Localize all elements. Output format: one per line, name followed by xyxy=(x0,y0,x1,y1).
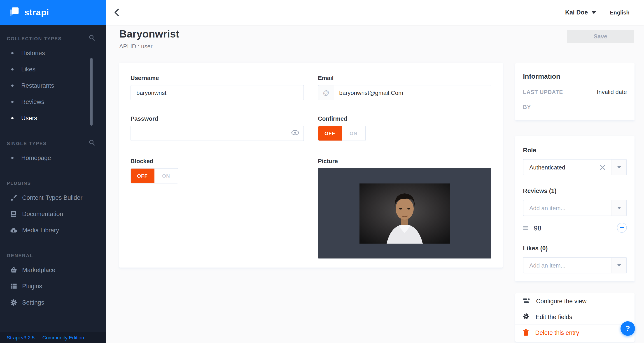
save-button[interactable]: Save xyxy=(567,30,634,43)
search-icon[interactable] xyxy=(89,139,95,147)
sidebar-item-label: Likes xyxy=(21,66,36,73)
last-update-row: LAST UPDATE Invalid date xyxy=(523,89,627,95)
eye-icon[interactable] xyxy=(291,129,299,137)
edit-fields-link[interactable]: Edit the fields xyxy=(515,309,634,325)
email-label: Email xyxy=(318,75,491,82)
chevron-down-icon xyxy=(617,264,621,266)
plugins-title: PLUGINS xyxy=(7,180,31,186)
gear-icon xyxy=(10,299,17,306)
username-input[interactable] xyxy=(130,85,304,100)
general-list: Marketplace Plugins Settings xyxy=(0,262,106,310)
email-group: Email @ xyxy=(318,75,491,100)
password-input[interactable] xyxy=(130,126,304,141)
sidebar-item-label: Restaurants xyxy=(21,82,54,89)
review-item-value[interactable]: 98 xyxy=(534,224,541,232)
bullet-icon xyxy=(11,117,14,119)
strapi-logo-text: strapi xyxy=(24,8,49,18)
search-icon[interactable] xyxy=(89,34,95,43)
toggle-off-segment[interactable]: OFF xyxy=(130,168,154,183)
password-label: Password xyxy=(130,115,304,123)
sidebar-item-settings[interactable]: Settings xyxy=(0,294,106,310)
sidebar-scrollbar[interactable] xyxy=(90,58,92,126)
sidebar-item-plugins[interactable]: Plugins xyxy=(0,278,106,294)
information-title: Information xyxy=(523,72,627,80)
help-button[interactable]: ? xyxy=(620,321,635,336)
username-label: Username xyxy=(130,75,304,82)
username-group: Username xyxy=(130,75,304,100)
edit-fields-label: Edit the fields xyxy=(536,313,572,320)
sidebar-item-marketplace[interactable]: Marketplace xyxy=(0,262,106,278)
sidebar-item-media-library[interactable]: Media Library xyxy=(0,222,106,238)
information-card: Information LAST UPDATE Invalid date BY xyxy=(515,63,634,120)
likes-label: Likes (0) xyxy=(523,245,627,252)
remove-item-button[interactable] xyxy=(617,223,627,233)
drag-handle-icon[interactable] xyxy=(523,224,528,232)
single-types-list: Homepage xyxy=(0,150,106,166)
topbar: Kai Doe English xyxy=(106,0,644,25)
reviews-label: Reviews (1) xyxy=(523,188,627,194)
topbar-right: Kai Doe English xyxy=(565,9,644,16)
by-label: BY xyxy=(523,104,531,110)
confirmed-label: Confirmed xyxy=(318,115,491,123)
dropdown-arrow-zone[interactable] xyxy=(611,258,626,273)
at-sign-icon: @ xyxy=(318,85,334,100)
likes-placeholder: Add an item... xyxy=(524,258,611,273)
password-group: Password xyxy=(130,115,304,141)
delete-entry-link[interactable]: Delete this entry xyxy=(515,325,634,341)
picture-preview[interactable] xyxy=(318,168,491,258)
bullet-icon xyxy=(11,68,14,70)
sidebar-item-label: Marketplace xyxy=(22,266,55,273)
likes-add-select[interactable]: Add an item... xyxy=(523,257,627,273)
dropdown-arrow-zone[interactable] xyxy=(611,160,626,175)
blocked-toggle[interactable]: OFF ON xyxy=(130,168,178,183)
email-field: @ xyxy=(318,85,491,100)
last-update-value: Invalid date xyxy=(597,89,627,95)
reviews-add-select[interactable]: Add an item... xyxy=(523,200,627,216)
trash-icon xyxy=(523,329,529,337)
email-input[interactable] xyxy=(334,85,491,100)
strapi-logo[interactable]: strapi xyxy=(0,0,106,25)
entry-form-card: Username Email @ Password Confirmed xyxy=(119,63,503,267)
general-header: GENERAL xyxy=(0,252,106,259)
divider xyxy=(603,9,603,16)
version-link[interactable]: Strapi v3.2.5 — Community Edition xyxy=(7,335,84,340)
blocked-group: Blocked OFF ON xyxy=(130,158,304,258)
picture-group: Picture xyxy=(318,158,491,258)
sidebar-item-label: Plugins xyxy=(22,283,42,289)
chevron-down-icon xyxy=(617,207,621,209)
sidebar-item-homepage[interactable]: Homepage xyxy=(0,150,106,166)
sidebar-item-label: Content-Types Builder xyxy=(22,194,82,201)
toggle-on-segment[interactable]: ON xyxy=(154,169,178,183)
cloud-upload-icon xyxy=(10,227,17,233)
back-button[interactable] xyxy=(106,0,127,25)
clear-icon[interactable] xyxy=(600,160,611,175)
confirmed-toggle[interactable]: OFF ON xyxy=(318,126,366,141)
sidebar-item-content-types-builder[interactable]: Content-Types Builder xyxy=(0,189,106,206)
chevron-left-icon xyxy=(114,9,119,16)
general-title: GENERAL xyxy=(7,253,33,258)
toggle-on-segment[interactable]: ON xyxy=(342,126,365,141)
plugins-header: PLUGINS xyxy=(0,179,106,187)
sidebar-item-label: Histories xyxy=(21,50,45,56)
plugins-list: Content-Types Builder Documentation Medi… xyxy=(0,189,106,238)
sidebar-item-label: Documentation xyxy=(22,210,63,217)
sidebar-item-label: Homepage xyxy=(21,154,51,161)
sidebar-item-label: Settings xyxy=(22,299,44,306)
list-icon xyxy=(10,283,17,289)
chevron-down-icon xyxy=(617,166,621,168)
language-selector[interactable]: English xyxy=(610,9,630,16)
gear-icon xyxy=(523,313,529,321)
basket-icon xyxy=(10,267,17,273)
dropdown-arrow-zone[interactable] xyxy=(611,200,626,216)
book-icon xyxy=(10,210,17,217)
toggle-off-segment[interactable]: OFF xyxy=(318,126,342,141)
sidebar-item-documentation[interactable]: Documentation xyxy=(0,206,106,222)
user-menu[interactable]: Kai Doe xyxy=(565,9,596,16)
page-title: Baryonwrist xyxy=(119,28,179,40)
role-select[interactable]: Authenticated xyxy=(523,159,627,175)
confirmed-group: Confirmed OFF ON xyxy=(318,115,491,141)
by-row: BY xyxy=(523,104,627,110)
configure-view-link[interactable]: Configure the view xyxy=(515,293,634,309)
user-name: Kai Doe xyxy=(565,9,588,16)
caret-down-icon xyxy=(592,11,596,14)
